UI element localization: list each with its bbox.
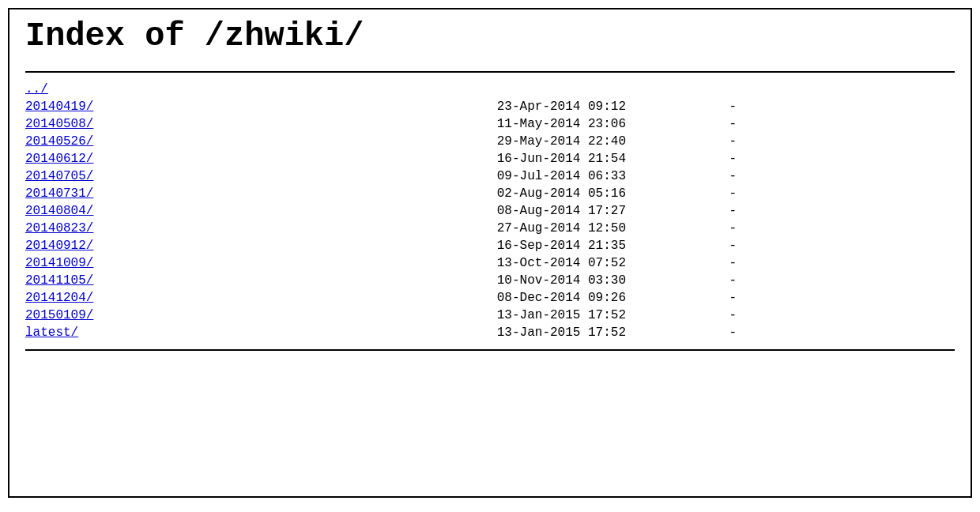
file-date-cell: 09-Jul-2014 06:33 xyxy=(420,169,658,183)
file-size-cell: - xyxy=(658,169,737,183)
file-date-cell: 29-May-2014 22:40 xyxy=(420,134,658,149)
dir-link[interactable]: 20140731/ xyxy=(25,186,93,201)
file-row: 20141204/08-Dec-2014 09:26- xyxy=(25,289,955,307)
file-row: latest/13-Jan-2015 17:52- xyxy=(25,324,955,341)
file-size-cell: - xyxy=(658,100,737,114)
file-size-cell: - xyxy=(658,256,737,270)
file-row: 20140731/02-Aug-2014 05:16- xyxy=(25,185,955,202)
file-row: 20141009/13-Oct-2014 07:52- xyxy=(25,254,955,272)
file-row: 20140912/16-Sep-2014 21:35- xyxy=(25,237,955,254)
page-container: Index of /zhwiki/ ../20140419/23-Apr-201… xyxy=(8,8,972,498)
dir-link[interactable]: 20140526/ xyxy=(25,134,93,149)
file-size-cell: - xyxy=(658,326,737,340)
dir-link[interactable]: 20140823/ xyxy=(25,221,93,235)
dir-link[interactable]: 20141204/ xyxy=(25,291,93,305)
file-name-cell: 20141105/ xyxy=(25,273,420,288)
file-name-cell: 20141204/ xyxy=(25,291,420,305)
dir-link[interactable]: 20140419/ xyxy=(25,100,93,114)
file-name-cell: 20140731/ xyxy=(25,186,420,201)
dir-link[interactable]: 20140705/ xyxy=(25,169,93,183)
file-size-cell: - xyxy=(658,221,737,235)
file-size-cell: - xyxy=(658,291,737,305)
file-date-cell: 16-Jun-2014 21:54 xyxy=(420,152,658,166)
file-date-cell: 13-Jan-2015 17:52 xyxy=(420,308,658,322)
file-date-cell: 08-Aug-2014 17:27 xyxy=(420,204,658,218)
file-date-cell: 16-Sep-2014 21:35 xyxy=(420,239,658,253)
file-name-cell: 20140612/ xyxy=(25,152,420,166)
file-row: 20140804/08-Aug-2014 17:27- xyxy=(25,202,955,220)
file-date-cell: 13-Jan-2015 17:52 xyxy=(420,326,658,340)
file-date-cell: 11-May-2014 23:06 xyxy=(420,117,658,131)
dir-link[interactable]: 20140612/ xyxy=(25,152,93,166)
dir-link[interactable]: 20141105/ xyxy=(25,273,93,288)
page-title: Index of /zhwiki/ xyxy=(25,17,955,63)
dir-link[interactable]: latest/ xyxy=(25,326,78,340)
file-date-cell: 10-Nov-2014 03:30 xyxy=(420,273,658,288)
top-divider xyxy=(25,71,955,73)
dir-link[interactable]: 20141009/ xyxy=(25,256,93,270)
file-row: 20140526/29-May-2014 22:40- xyxy=(25,133,955,150)
file-row: 20140823/27-Aug-2014 12:50- xyxy=(25,220,955,237)
file-name-cell: 20140526/ xyxy=(25,134,420,149)
file-size-cell: - xyxy=(658,273,737,288)
file-name-cell: 20140419/ xyxy=(25,100,420,114)
file-row: 20150109/13-Jan-2015 17:52- xyxy=(25,307,955,324)
file-size-cell: - xyxy=(658,117,737,131)
file-row: 20141105/10-Nov-2014 03:30- xyxy=(25,272,955,289)
parent-dir-row: ../ xyxy=(25,81,955,98)
file-listing: ../20140419/23-Apr-2014 09:12-20140508/1… xyxy=(25,81,955,341)
file-name-cell: 20140804/ xyxy=(25,204,420,218)
file-date-cell: 27-Aug-2014 12:50 xyxy=(420,221,658,235)
file-row: 20140419/23-Apr-2014 09:12- xyxy=(25,98,955,115)
file-name-cell: 20140508/ xyxy=(25,117,420,131)
file-date-cell: 02-Aug-2014 05:16 xyxy=(420,186,658,201)
file-size-cell: - xyxy=(658,186,737,201)
file-name-cell: 20140823/ xyxy=(25,221,420,235)
file-date-cell: 13-Oct-2014 07:52 xyxy=(420,256,658,270)
parent-dir-link[interactable]: ../ xyxy=(25,82,48,96)
file-row: 20140705/09-Jul-2014 06:33- xyxy=(25,168,955,185)
dir-link[interactable]: 20140804/ xyxy=(25,204,93,218)
file-name-cell: 20150109/ xyxy=(25,308,420,322)
dir-link[interactable]: 20150109/ xyxy=(25,308,93,322)
file-size-cell: - xyxy=(658,152,737,166)
file-name-cell: 20140912/ xyxy=(25,239,420,253)
file-row: 20140508/11-May-2014 23:06- xyxy=(25,115,955,133)
file-size-cell: - xyxy=(658,204,737,218)
dir-link[interactable]: 20140508/ xyxy=(25,117,93,131)
file-name-cell: ../ xyxy=(25,82,420,96)
file-name-cell: 20141009/ xyxy=(25,256,420,270)
file-name-cell: latest/ xyxy=(25,326,420,340)
file-name-cell: 20140705/ xyxy=(25,169,420,183)
file-size-cell: - xyxy=(658,308,737,322)
file-size-cell: - xyxy=(658,239,737,253)
file-date-cell: 08-Dec-2014 09:26 xyxy=(420,291,658,305)
dir-link[interactable]: 20140912/ xyxy=(25,239,93,253)
file-row: 20140612/16-Jun-2014 21:54- xyxy=(25,150,955,168)
file-date-cell: 23-Apr-2014 09:12 xyxy=(420,100,658,114)
file-size-cell: - xyxy=(658,134,737,149)
bottom-divider xyxy=(25,349,955,351)
